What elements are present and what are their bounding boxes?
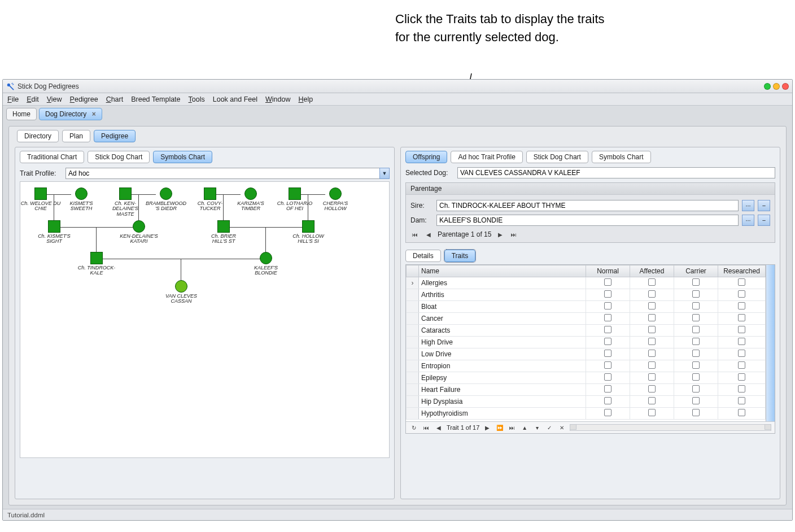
- trait-checkbox-cell[interactable]: [586, 372, 630, 384]
- checkbox-icon[interactable]: [648, 326, 656, 333]
- checkbox-icon[interactable]: [738, 314, 745, 321]
- trait-checkbox-cell[interactable]: [630, 325, 674, 337]
- checkbox-icon[interactable]: [738, 409, 745, 416]
- trait-checkbox-cell[interactable]: [630, 301, 674, 313]
- trait-checkbox-cell[interactable]: [586, 337, 630, 348]
- checkbox-icon[interactable]: [604, 278, 611, 286]
- checkbox-icon[interactable]: [692, 302, 700, 309]
- trait-nav-prev-icon[interactable]: ◀: [434, 423, 443, 432]
- trait-checkbox-cell[interactable]: [630, 313, 674, 325]
- trait-checkbox-cell[interactable]: [718, 337, 766, 348]
- pedigree-node[interactable]: CHERPA'S HOLLOW: [315, 187, 356, 212]
- checkbox-icon[interactable]: [604, 314, 611, 321]
- table-row[interactable]: Heart Failure: [407, 384, 766, 396]
- pedigree-node[interactable]: Ch. WELOVE DU CHIE: [20, 187, 61, 212]
- trait-nav-next-icon[interactable]: ▶: [483, 423, 492, 432]
- trait-checkbox-cell[interactable]: [630, 408, 674, 420]
- tab-close-icon[interactable]: ×: [92, 110, 96, 118]
- checkbox-icon[interactable]: [648, 302, 656, 309]
- table-row[interactable]: Hypothyroidism: [407, 408, 766, 420]
- tab-home[interactable]: Home: [6, 108, 37, 120]
- trait-checkbox-cell[interactable]: [718, 313, 766, 325]
- trait-checkbox-cell[interactable]: [674, 360, 718, 372]
- window-minimize-icon[interactable]: [764, 83, 771, 90]
- checkbox-icon[interactable]: [692, 361, 700, 369]
- checkbox-icon[interactable]: [604, 385, 611, 393]
- tab-directory[interactable]: Directory: [17, 130, 59, 142]
- tab-offspring[interactable]: Offspring: [405, 151, 447, 163]
- menu-edit[interactable]: Edit: [27, 95, 39, 103]
- checkbox-icon[interactable]: [604, 397, 611, 404]
- trait-checkbox-cell[interactable]: [674, 408, 718, 420]
- trait-checkbox-cell[interactable]: [674, 348, 718, 360]
- pedigree-node[interactable]: Ch. LOTHARIO OF HEI: [274, 187, 315, 212]
- checkbox-icon[interactable]: [738, 361, 745, 369]
- trait-checkbox-cell[interactable]: [630, 372, 674, 384]
- checkbox-icon[interactable]: [604, 326, 611, 333]
- checkbox-icon[interactable]: [648, 361, 656, 369]
- checkbox-icon[interactable]: [648, 278, 656, 286]
- trait-checkbox-cell[interactable]: [718, 277, 766, 289]
- menu-tools[interactable]: Tools: [189, 95, 205, 103]
- table-row[interactable]: ›Allergies: [407, 277, 766, 289]
- trait-checkbox-cell[interactable]: [586, 396, 630, 408]
- pedigree-node-selected[interactable]: VAN CLEVES CASSAN: [161, 280, 202, 304]
- symbols-pedigree-chart[interactable]: Ch. WELOVE DU CHIE KISMET'S SWEETH Ch. K…: [20, 181, 390, 458]
- checkbox-icon[interactable]: [648, 338, 656, 345]
- checkbox-icon[interactable]: [692, 385, 700, 393]
- checkbox-icon[interactable]: [648, 314, 656, 321]
- sire-clear-button[interactable]: −: [758, 200, 770, 211]
- table-row[interactable]: Entropion: [407, 360, 766, 372]
- checkbox-icon[interactable]: [692, 314, 700, 321]
- menu-window[interactable]: Window: [265, 95, 290, 103]
- hscroll-left-icon[interactable]: [570, 424, 576, 430]
- checkbox-icon[interactable]: [692, 326, 700, 333]
- trait-checkbox-cell[interactable]: [674, 301, 718, 313]
- trait-checkbox-cell[interactable]: [630, 337, 674, 348]
- pedigree-node[interactable]: Ch. TINDROCK-KALE: [76, 252, 117, 276]
- checkbox-icon[interactable]: [738, 278, 745, 286]
- trait-nav-down-icon[interactable]: ▾: [532, 423, 541, 432]
- checkbox-icon[interactable]: [648, 373, 656, 381]
- nav-last-icon[interactable]: ⏭: [509, 230, 518, 239]
- col-name[interactable]: Name: [419, 265, 586, 277]
- hscroll-right-icon[interactable]: [765, 424, 771, 430]
- menu-breed-template[interactable]: Breed Template: [131, 95, 180, 103]
- pedigree-node[interactable]: BRAMBLEWOOD'S DIEDR: [146, 187, 186, 212]
- selected-dog-input[interactable]: [457, 167, 775, 178]
- checkbox-icon[interactable]: [648, 385, 656, 393]
- trait-nav-up-icon[interactable]: ▲: [520, 423, 529, 432]
- trait-checkbox-cell[interactable]: [630, 396, 674, 408]
- trait-checkbox-cell[interactable]: [586, 277, 630, 289]
- tab-plan[interactable]: Plan: [62, 130, 90, 142]
- traits-scrollbar[interactable]: [766, 265, 775, 421]
- trait-checkbox-cell[interactable]: [586, 313, 630, 325]
- trait-checkbox-cell[interactable]: [674, 277, 718, 289]
- checkbox-icon[interactable]: [738, 397, 745, 404]
- table-row[interactable]: Low Drive: [407, 348, 766, 360]
- trait-checkbox-cell[interactable]: [674, 372, 718, 384]
- checkbox-icon[interactable]: [692, 338, 700, 345]
- trait-checkbox-cell[interactable]: [630, 348, 674, 360]
- nav-prev-icon[interactable]: ◀: [424, 230, 433, 239]
- table-row[interactable]: High Drive: [407, 337, 766, 348]
- table-row[interactable]: Hip Dysplasia: [407, 396, 766, 408]
- trait-checkbox-cell[interactable]: [586, 289, 630, 301]
- checkbox-icon[interactable]: [692, 290, 700, 298]
- menu-pedigree[interactable]: Pedigree: [70, 95, 98, 103]
- checkbox-icon[interactable]: [604, 302, 611, 309]
- trait-checkbox-cell[interactable]: [718, 325, 766, 337]
- window-close-icon[interactable]: [782, 83, 789, 90]
- tab-stick-dog-chart-right[interactable]: Stick Dog Chart: [526, 151, 588, 163]
- col-carrier[interactable]: Carrier: [674, 265, 718, 277]
- window-controls[interactable]: [764, 83, 789, 90]
- checkbox-icon[interactable]: [738, 373, 745, 381]
- trait-nav-accept-icon[interactable]: ✓: [545, 423, 554, 432]
- checkbox-icon[interactable]: [738, 385, 745, 393]
- trait-checkbox-cell[interactable]: [718, 396, 766, 408]
- checkbox-icon[interactable]: [604, 409, 611, 416]
- col-rowhead[interactable]: [407, 265, 419, 277]
- trait-nav-cancel-icon[interactable]: ✕: [557, 423, 566, 432]
- trait-nav-last-icon[interactable]: ⏭: [508, 423, 517, 432]
- pedigree-node[interactable]: KISMET'S SWEETH: [61, 187, 102, 212]
